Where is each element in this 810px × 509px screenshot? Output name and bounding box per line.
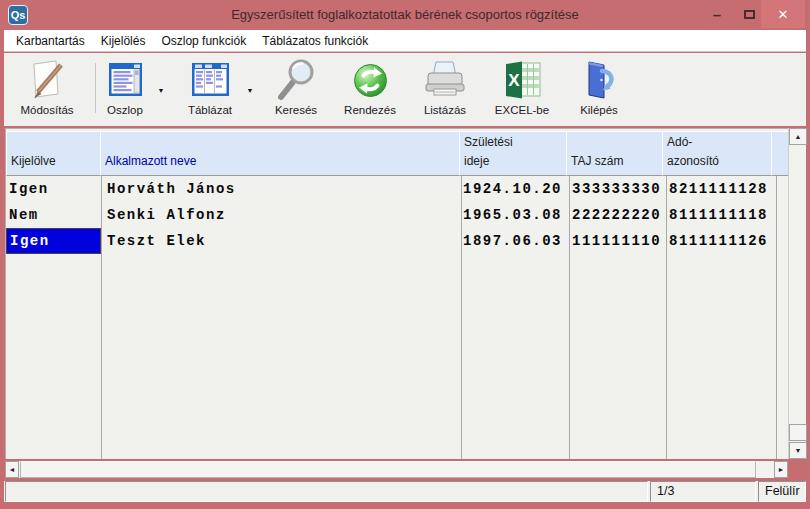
app-window: Qs Egyszerűsített foglalkoztatottak béré… (0, 0, 810, 509)
table-row[interactable]: Igen Teszt Elek 1897.06.03 111111110 811… (6, 228, 788, 254)
maximize-button[interactable] (734, 0, 764, 28)
column-header-szuletesi-ideje[interactable]: Születési ideje (459, 131, 567, 176)
close-button[interactable]: ✕ (761, 0, 805, 28)
status-message-panel (5, 481, 648, 502)
modositas-button[interactable]: Módosítás (14, 57, 80, 123)
listazas-button[interactable]: Listázás (416, 57, 474, 123)
menubar: Karbantartás Kijelölés Oszlop funkciók T… (4, 30, 806, 52)
column-header-taj-szam[interactable]: TAJ szám (566, 131, 663, 176)
column-window-icon (108, 57, 143, 103)
toolbar-button-label: Táblázat (188, 104, 232, 116)
sort-refresh-icon (352, 57, 389, 103)
search-icon (273, 57, 319, 103)
printer-icon (423, 57, 467, 103)
column-header-alkalmazott-neve[interactable]: Alkalmazott neve (100, 131, 460, 176)
scroll-right-icon[interactable]: ► (774, 461, 788, 478)
table-row[interactable]: Nem Senki Alfonz 1965.03.08 222222220 81… (6, 202, 788, 228)
grid-header-row: Kijelölve Alkalmazott neve Születési ide… (6, 131, 788, 176)
kereses-button[interactable]: Keresés (266, 57, 326, 123)
column-header-ado-azonosito[interactable]: Adó- azonosító (662, 131, 772, 176)
rendezes-button[interactable]: Rendezés (340, 57, 400, 123)
scroll-down-icon[interactable]: ▼ (789, 442, 807, 459)
statusbar: 1/3 Felülír (4, 481, 806, 502)
scroll-left-icon[interactable]: ◄ (5, 461, 19, 478)
table-cell-taj[interactable]: 333333330 (569, 176, 666, 202)
table-cell-szuletesi[interactable]: 1924.10.20 (461, 176, 569, 202)
table-cell-nev[interactable]: Senki Alfonz (101, 202, 461, 228)
table-cell-nev[interactable]: Horváth János (101, 176, 461, 202)
table-cell-nev[interactable]: Teszt Elek (101, 228, 461, 254)
toolbar-button-label: Listázás (424, 104, 466, 116)
toolbar-button-label: EXCEL-be (495, 104, 549, 116)
vertical-scrollbar[interactable]: ▲ ▼ (788, 128, 806, 459)
toolbar-button-label: Oszlop (107, 104, 143, 116)
toolbar: Módosítás Oszlop (4, 53, 806, 126)
menu-kijeloles[interactable]: Kijelölés (93, 32, 154, 50)
table-cell-taj[interactable]: 222222220 (569, 202, 666, 228)
table-cell-ado[interactable]: 8111111118 (666, 202, 776, 228)
titlebar: Qs Egyszerűsített foglalkoztatottak béré… (0, 0, 810, 30)
menu-tablazatos-funkciok[interactable]: Táblázatos funkciók (254, 32, 376, 50)
horizontal-scrollbar[interactable]: ◄ ► (5, 461, 788, 478)
record-position-indicator: 1/3 (650, 481, 756, 502)
menu-oszlop-funkciok[interactable]: Oszlop funkciók (153, 32, 254, 50)
toolbar-button-label: Módosítás (20, 104, 73, 116)
kilepes-button[interactable]: Kilépés (572, 57, 626, 123)
edit-icon (27, 57, 67, 103)
table-cell-kijelolve[interactable]: Nem (6, 202, 101, 228)
excel-be-button[interactable]: X EXCEL-be (489, 57, 555, 123)
oszlop-button[interactable]: Oszlop (102, 57, 148, 123)
exit-door-icon (581, 57, 617, 103)
table-cell-szuletesi[interactable]: 1965.03.08 (461, 202, 569, 228)
toolbar-button-label: Keresés (275, 104, 317, 116)
data-grid: Kijelölve Alkalmazott neve Születési ide… (5, 128, 788, 459)
svg-text:X: X (508, 71, 520, 90)
tablazat-dropdown-arrow-icon[interactable]: ▼ (243, 87, 257, 94)
table-row[interactable]: Igen Horváth János 1924.10.20 333333330 … (6, 176, 788, 202)
tablazat-button[interactable]: Táblázat (183, 57, 237, 123)
overwrite-mode-indicator: Felülír (758, 481, 806, 502)
table-cell-szuletesi[interactable]: 1897.06.03 (461, 228, 569, 254)
scroll-up-icon[interactable]: ▲ (789, 128, 807, 145)
oszlop-dropdown-arrow-icon[interactable]: ▼ (154, 87, 168, 94)
window-title: Egyszerűsített foglalkoztatottak bérének… (0, 0, 810, 30)
toolbar-separator (95, 63, 96, 113)
toolbar-button-label: Kilépés (580, 104, 618, 116)
table-cell-ado[interactable]: 8111111126 (666, 228, 776, 254)
table-cell-kijelolve[interactable]: Igen (6, 176, 101, 202)
table-cell-taj[interactable]: 111111110 (569, 228, 666, 254)
excel-icon: X (502, 57, 542, 103)
table-cell-ado[interactable]: 8211111128 (666, 176, 776, 202)
menu-karbantartas[interactable]: Karbantartás (8, 32, 93, 50)
minimize-button[interactable]: – (702, 0, 732, 28)
column-header-kijelolve[interactable]: Kijelölve (6, 131, 101, 176)
table-window-icon (191, 57, 230, 103)
column-header-stub (771, 131, 789, 176)
maximize-icon (744, 10, 755, 19)
vertical-scrollbar-thumb[interactable] (789, 424, 807, 441)
toolbar-button-label: Rendezés (344, 104, 396, 116)
selected-table-cell-kijelolve[interactable]: Igen (6, 228, 101, 254)
horizontal-scrollbar-thumb[interactable] (20, 461, 756, 478)
